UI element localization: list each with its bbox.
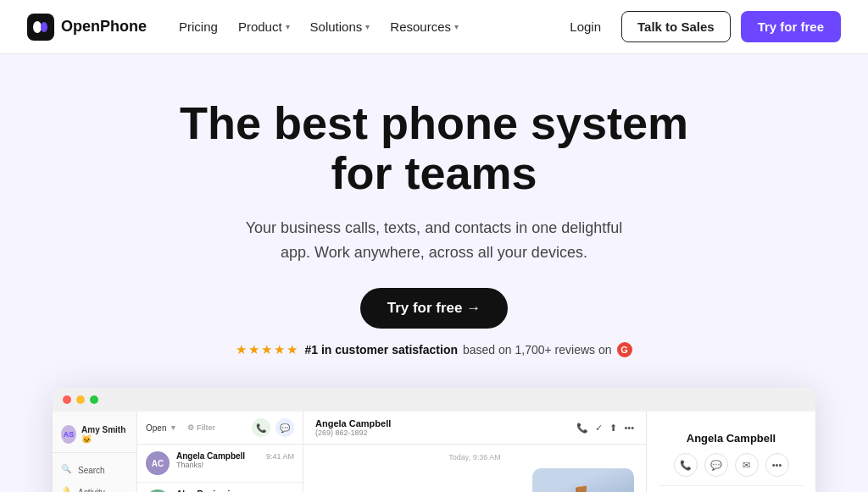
- contact-action-row: 📞 💬 ✉ •••: [674, 453, 789, 477]
- conv-status-open[interactable]: Open: [146, 423, 166, 433]
- contact-name-large: Angela Campbell: [687, 432, 776, 445]
- app-body: AS Amy Smith 🐱 🔍 Search 🔔 Activity 👤 Con…: [53, 412, 815, 492]
- sidebar-user-name: Amy Smith 🐱: [81, 425, 128, 444]
- review-line: ★★★★★ #1 in customer satisfaction based …: [17, 342, 851, 357]
- app-preview-wrap: AS Amy Smith 🐱 🔍 Search 🔔 Activity 👤 Con…: [0, 388, 868, 492]
- sidebar-item-search-label: Search: [78, 466, 105, 475]
- hero-headline-line2: for teams: [331, 147, 537, 198]
- conv-message-icon[interactable]: 💬: [275, 418, 294, 437]
- review-stars: ★★★★★: [236, 342, 299, 357]
- chat-image-bubble: 🪑: [315, 468, 634, 492]
- window-maximize-dot: [90, 395, 98, 404]
- sidebar-user: AS Amy Smith 🐱: [53, 420, 136, 453]
- chat-share-icon[interactable]: ⬆: [609, 423, 617, 434]
- nav-links: Pricing Product ▾ Solutions ▾ Resources …: [170, 14, 467, 39]
- conv-call-icon[interactable]: 📞: [252, 418, 270, 437]
- google-badge: G: [617, 342, 632, 357]
- conv-item-angela[interactable]: AC Angela Campbell 9:41 AM Thanks!: [137, 445, 303, 483]
- chat-area: Angela Campbell (269) 862-1892 📞 ✓ ⬆ •••…: [303, 412, 646, 492]
- navbar: OpenPhone Pricing Product ▾ Solutions ▾: [0, 0, 868, 54]
- chevron-down-icon: ▾: [286, 22, 290, 31]
- conv-name: Angela Campbell: [176, 451, 245, 461]
- hero-subtext: Your business calls, texts, and contacts…: [231, 216, 637, 265]
- contact-panel: AC Angela Campbell 📞 💬 ✉ ••• 🏢 Company I…: [646, 412, 815, 492]
- review-bold-text: #1 in customer satisfaction: [304, 343, 458, 357]
- hero-headline: The best phone system for teams: [129, 98, 739, 199]
- app-preview: AS Amy Smith 🐱 🔍 Search 🔔 Activity 👤 Con…: [53, 388, 815, 492]
- window-close-dot: [63, 395, 71, 404]
- app-title-bar: [53, 388, 815, 412]
- chat-more-icon[interactable]: •••: [624, 423, 634, 433]
- chat-contact-name: Angela Campbell: [315, 418, 391, 428]
- contact-details: 🏢 Company Icecap 👤 Role Project Manager: [659, 485, 804, 492]
- app-sidebar: AS Amy Smith 🐱 🔍 Search 🔔 Activity 👤 Con…: [53, 412, 137, 492]
- sidebar-user-avatar: AS: [61, 425, 76, 444]
- nav-item-resources[interactable]: Resources ▾: [381, 14, 467, 39]
- login-button[interactable]: Login: [559, 13, 611, 41]
- chat-contact-number: (269) 862-1892: [315, 428, 391, 437]
- nav-right: Login Talk to Sales Try for free: [559, 11, 841, 42]
- svg-point-2: [41, 22, 47, 32]
- conv-time: 9:41 AM: [266, 452, 294, 461]
- chat-image: 🪑: [532, 468, 634, 492]
- chat-date: Today, 9:36 AM: [315, 453, 634, 462]
- contact-more-button[interactable]: •••: [765, 453, 789, 477]
- sidebar-item-activity[interactable]: 🔔 Activity: [53, 482, 136, 492]
- conv-header: Open ▾ ⚙ Filter 📞 💬: [137, 412, 303, 445]
- filter-label[interactable]: ⚙ Filter: [187, 423, 215, 432]
- sidebar-item-search[interactable]: 🔍 Search: [53, 460, 136, 480]
- logo-text: OpenPhone: [61, 18, 147, 36]
- conv-item-alan[interactable]: AB Alan Benjamin 8:54 AM Sure thing! I'l…: [137, 483, 303, 492]
- sidebar-item-activity-label: Activity: [78, 488, 105, 492]
- contact-call-button[interactable]: 📞: [674, 453, 698, 477]
- chevron-down-icon: ▾: [454, 22, 459, 31]
- logo-icon: [27, 14, 54, 41]
- conversation-list: Open ▾ ⚙ Filter 📞 💬 AC Angela Campbell: [137, 412, 303, 492]
- contact-message-button[interactable]: 💬: [704, 453, 728, 477]
- nav-left: OpenPhone Pricing Product ▾ Solutions ▾: [27, 14, 467, 41]
- window-minimize-dot: [76, 395, 85, 404]
- conv-avatar: AC: [146, 451, 170, 475]
- chat-call-icon[interactable]: 📞: [576, 423, 588, 434]
- nav-item-pricing[interactable]: Pricing: [170, 14, 226, 39]
- contact-email-button[interactable]: ✉: [735, 453, 759, 477]
- chevron-down-icon: ▾: [365, 22, 370, 31]
- chat-header: Angela Campbell (269) 862-1892 📞 ✓ ⬆ •••: [303, 412, 646, 445]
- talk-to-sales-button[interactable]: Talk to Sales: [621, 11, 731, 42]
- try-for-free-nav-button[interactable]: Try for free: [741, 11, 841, 42]
- chat-check-icon[interactable]: ✓: [595, 423, 603, 434]
- nav-item-product[interactable]: Product ▾: [230, 14, 298, 39]
- hero-section: The best phone system for teams Your bus…: [0, 54, 868, 381]
- review-suffix: based on 1,700+ reviews on: [463, 343, 612, 357]
- hero-headline-line1: The best phone system: [180, 97, 688, 148]
- conv-preview: Thanks!: [176, 461, 278, 469]
- try-for-free-hero-button[interactable]: Try for free →: [360, 288, 509, 329]
- search-icon: 🔍: [61, 464, 73, 476]
- conv-status-chevron: ▾: [171, 423, 175, 432]
- svg-point-1: [33, 21, 42, 33]
- chat-messages: Today, 9:36 AM 🪑 📞 Missed call No one an…: [303, 445, 646, 492]
- bell-icon: 🔔: [61, 486, 73, 492]
- logo[interactable]: OpenPhone: [27, 14, 147, 41]
- nav-item-solutions[interactable]: Solutions ▾: [302, 14, 379, 39]
